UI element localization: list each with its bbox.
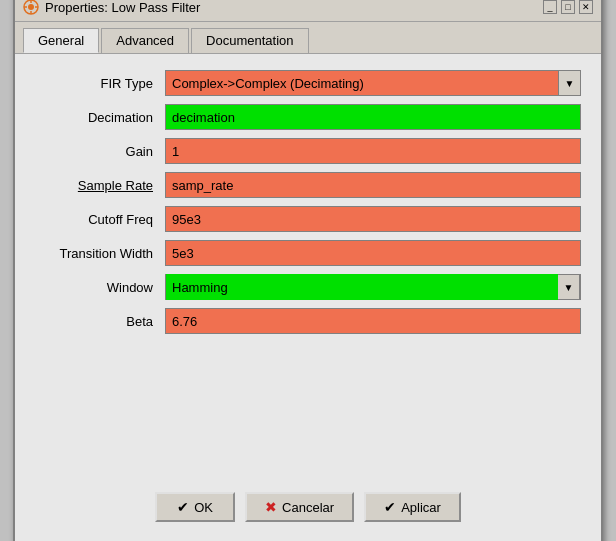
- cutoff-freq-label: Cutoff Freq: [35, 212, 165, 227]
- fir-type-dropdown[interactable]: Complex->Complex (Decimating): [165, 70, 559, 96]
- window-title: Properties: Low Pass Filter: [45, 0, 200, 15]
- properties-window: Properties: Low Pass Filter _ □ ✕ Genera…: [13, 0, 603, 541]
- beta-row: Beta: [35, 308, 581, 334]
- fir-type-dropdown-row: Complex->Complex (Decimating) ▼: [165, 70, 581, 96]
- window-label: Window: [35, 280, 165, 295]
- spacer: [35, 342, 581, 462]
- sample-rate-input[interactable]: [165, 172, 581, 198]
- beta-label: Beta: [35, 314, 165, 329]
- sample-rate-label: Sample Rate: [35, 178, 165, 193]
- decimation-label: Decimation: [35, 110, 165, 125]
- cancel-button[interactable]: ✖ Cancelar: [245, 492, 354, 522]
- decimation-row: Decimation: [35, 104, 581, 130]
- apply-label: Aplicar: [401, 500, 441, 515]
- cancel-label: Cancelar: [282, 500, 334, 515]
- cutoff-freq-input[interactable]: [165, 206, 581, 232]
- tab-general[interactable]: General: [23, 28, 99, 53]
- fir-type-row: FIR Type Complex->Complex (Decimating) ▼: [35, 70, 581, 96]
- maximize-button[interactable]: □: [561, 0, 575, 14]
- title-bar-controls: _ □ ✕: [543, 0, 593, 14]
- close-button[interactable]: ✕: [579, 0, 593, 14]
- window-dropdown[interactable]: Hamming: [166, 274, 558, 300]
- title-bar: Properties: Low Pass Filter _ □ ✕: [15, 0, 601, 22]
- apply-button[interactable]: ✔ Aplicar: [364, 492, 461, 522]
- tab-content: FIR Type Complex->Complex (Decimating) ▼…: [15, 53, 601, 541]
- fir-type-arrow[interactable]: ▼: [559, 70, 581, 96]
- title-bar-left: Properties: Low Pass Filter: [23, 0, 200, 15]
- gain-label: Gain: [35, 144, 165, 159]
- transition-width-input[interactable]: [165, 240, 581, 266]
- fir-type-value: Complex->Complex (Decimating): [172, 76, 364, 91]
- window-value: Hamming: [172, 280, 228, 295]
- sample-rate-row: Sample Rate: [35, 172, 581, 198]
- tab-documentation[interactable]: Documentation: [191, 28, 308, 53]
- ok-button[interactable]: ✔ OK: [155, 492, 235, 522]
- transition-width-label: Transition Width: [35, 246, 165, 261]
- cutoff-freq-row: Cutoff Freq: [35, 206, 581, 232]
- ok-icon: ✔: [177, 499, 189, 515]
- decimation-input[interactable]: [165, 104, 581, 130]
- button-row: ✔ OK ✖ Cancelar ✔ Aplicar: [35, 492, 581, 532]
- app-icon: [23, 0, 39, 15]
- fir-type-label: FIR Type: [35, 76, 165, 91]
- beta-input[interactable]: [165, 308, 581, 334]
- window-arrow[interactable]: ▼: [558, 274, 580, 300]
- apply-icon: ✔: [384, 499, 396, 515]
- tab-advanced[interactable]: Advanced: [101, 28, 189, 53]
- minimize-button[interactable]: _: [543, 0, 557, 14]
- gain-row: Gain: [35, 138, 581, 164]
- transition-width-row: Transition Width: [35, 240, 581, 266]
- tab-bar: General Advanced Documentation: [15, 22, 601, 53]
- ok-label: OK: [194, 500, 213, 515]
- gain-input[interactable]: [165, 138, 581, 164]
- cancel-icon: ✖: [265, 499, 277, 515]
- window-dropdown-container: Hamming ▼: [165, 274, 581, 300]
- window-row: Window Hamming ▼: [35, 274, 581, 300]
- svg-point-1: [28, 4, 34, 10]
